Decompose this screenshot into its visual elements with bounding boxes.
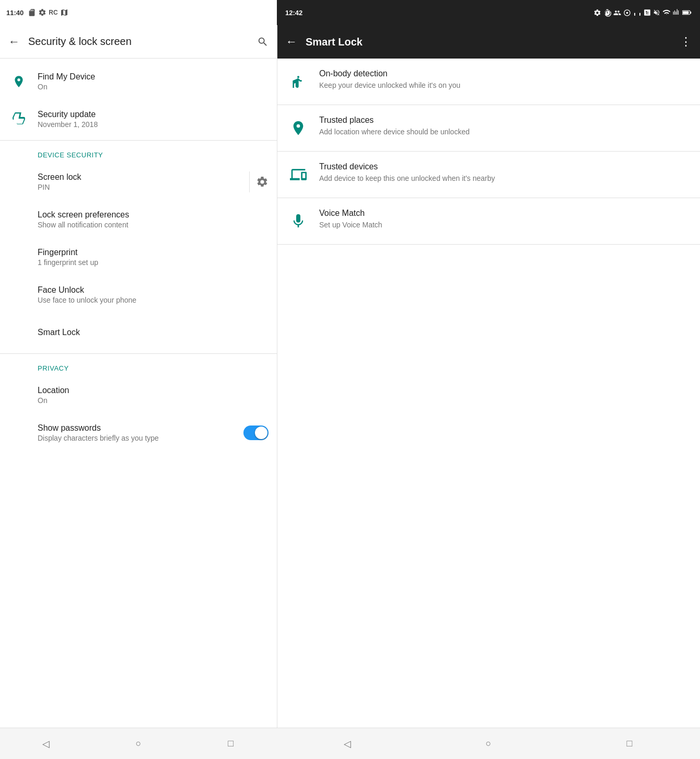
voice-match-icon — [286, 209, 311, 234]
fingerprint-item[interactable]: Fingerprint 1 fingerprint set up — [0, 238, 277, 276]
lock-screen-prefs-title: Lock screen preferences — [38, 210, 269, 220]
show-passwords-icon — [8, 422, 29, 443]
trusted-devices-icon — [286, 162, 311, 187]
smart-lock-icon — [8, 322, 29, 343]
screen-lock-subtitle: PIN — [38, 183, 243, 191]
smart-lock-list: On-body detection Keep your device unloc… — [277, 59, 700, 728]
trusted-places-subtitle: Add location where device should be unlo… — [319, 127, 692, 137]
show-passwords-toggle[interactable] — [243, 426, 269, 440]
lock-screen-prefs-subtitle: Show all notification content — [38, 221, 269, 229]
trusted-devices-subtitle: Add device to keep this one unlocked whe… — [319, 174, 692, 184]
search-icon[interactable] — [257, 36, 269, 48]
lock-screen-prefs-text: Lock screen preferences Show all notific… — [38, 210, 269, 229]
on-body-detection-item[interactable]: On-body detection Keep your device unloc… — [277, 59, 700, 105]
nav-bars: ◁ ○ □ ◁ ○ □ — [0, 728, 700, 759]
right-settings-icon — [593, 9, 601, 17]
face-unlock-title: Face Unlock — [38, 285, 269, 295]
mute-icon — [653, 9, 660, 16]
location-icon — [8, 385, 29, 406]
wifi-icon — [662, 8, 671, 17]
screen-lock-item[interactable]: Screen lock PIN — [0, 163, 277, 201]
right-back-nav-button[interactable]: ◁ — [337, 733, 358, 754]
voice-match-title: Voice Match — [319, 209, 692, 218]
face-unlock-icon — [8, 284, 29, 305]
screen-lock-divider — [249, 171, 250, 192]
security-update-text: Security update November 1, 2018 — [38, 110, 269, 129]
security-update-icon — [8, 109, 29, 130]
left-home-button[interactable]: ○ — [128, 733, 149, 754]
right-home-button[interactable]: ○ — [478, 733, 499, 754]
status-bars: 11:40 RC 12:42 — [0, 0, 700, 25]
security-update-title: Security update — [38, 110, 269, 119]
more-options-icon[interactable]: ⋮ — [680, 35, 692, 49]
show-passwords-title: Show passwords — [38, 423, 243, 433]
voice-match-subtitle: Set up Voice Match — [319, 220, 692, 231]
smart-lock-item[interactable]: Smart Lock — [0, 314, 277, 351]
left-back-nav-button[interactable]: ◁ — [36, 733, 56, 754]
person-icon — [613, 9, 621, 17]
find-my-device-text: Find My Device On — [38, 72, 269, 91]
battery-icon — [682, 9, 692, 16]
right-panel: ← Smart Lock ⋮ On-body detection Keep yo… — [277, 25, 700, 728]
left-panel-title: Security & lock screen — [28, 36, 257, 48]
signal-icon — [673, 9, 680, 16]
right-back-button[interactable]: ← — [286, 35, 297, 49]
left-back-button[interactable]: ← — [8, 35, 20, 49]
location-title: Location — [38, 386, 269, 395]
location-item[interactable]: Location On — [0, 376, 277, 414]
right-status-icons — [593, 8, 692, 17]
show-passwords-item[interactable]: Show passwords Display characters briefl… — [0, 414, 277, 452]
find-my-device-item[interactable]: Find My Device On — [0, 63, 277, 100]
screen-lock-gear-icon[interactable] — [256, 176, 269, 188]
screen-lock-icon — [8, 171, 29, 192]
settings-list: Find My Device On Security update Novemb… — [0, 59, 277, 728]
smart-lock-text: Smart Lock — [38, 328, 269, 337]
security-update-subtitle: November 1, 2018 — [38, 120, 269, 129]
lock-screen-prefs-item[interactable]: Lock screen preferences Show all notific… — [0, 201, 277, 238]
left-status-bar: 11:40 RC — [0, 0, 277, 25]
nfc-icon — [644, 9, 651, 16]
search-svg — [257, 36, 269, 48]
voice-match-item[interactable]: Voice Match Set up Voice Match — [277, 198, 700, 245]
svg-rect-3 — [690, 12, 691, 14]
face-unlock-text: Face Unlock Use face to unlock your phon… — [38, 285, 269, 304]
svg-rect-4 — [683, 11, 689, 14]
left-nav-bar: ◁ ○ □ — [0, 728, 277, 759]
trusted-places-item[interactable]: Trusted places Add location where device… — [277, 105, 700, 152]
fingerprint-icon — [8, 247, 29, 268]
timer-icon — [603, 9, 611, 17]
map-icon — [60, 8, 68, 17]
left-header: ← Security & lock screen — [0, 25, 277, 59]
right-time: 12:42 — [285, 9, 302, 17]
right-nav-bar: ◁ ○ □ — [277, 728, 700, 759]
location-subtitle: On — [38, 396, 269, 405]
face-unlock-item[interactable]: Face Unlock Use face to unlock your phon… — [0, 276, 277, 314]
on-body-detection-title: On-body detection — [319, 69, 692, 78]
right-panel-title: Smart Lock — [306, 36, 680, 48]
on-body-detection-icon — [286, 69, 311, 94]
smart-lock-title: Smart Lock — [38, 328, 269, 337]
fingerprint-title: Fingerprint — [38, 248, 269, 257]
security-update-item[interactable]: Security update November 1, 2018 — [0, 100, 277, 138]
svg-point-1 — [626, 12, 628, 14]
on-body-detection-text: On-body detection Keep your device unloc… — [319, 69, 692, 91]
target-icon — [623, 9, 631, 17]
left-recent-button[interactable]: □ — [220, 733, 241, 754]
main-content: ← Security & lock screen Find My Device … — [0, 25, 700, 728]
left-status-icons: RC — [28, 8, 68, 17]
find-my-device-subtitle: On — [38, 83, 269, 91]
divider-1 — [0, 140, 277, 141]
divider-2 — [0, 353, 277, 354]
screen-lock-title: Screen lock — [38, 172, 243, 182]
right-recent-button[interactable]: □ — [619, 733, 640, 754]
settings-icon — [38, 8, 46, 17]
privacy-header: PRIVACY — [0, 356, 277, 376]
location-text: Location On — [38, 386, 269, 405]
on-body-detection-subtitle: Keep your device unlocked while it's on … — [319, 80, 692, 91]
trusted-places-icon — [286, 116, 311, 141]
trusted-devices-text: Trusted devices Add device to keep this … — [319, 162, 692, 184]
trusted-places-text: Trusted places Add location where device… — [319, 116, 692, 137]
headphones-icon — [633, 8, 641, 17]
fingerprint-text: Fingerprint 1 fingerprint set up — [38, 248, 269, 267]
trusted-devices-item[interactable]: Trusted devices Add device to keep this … — [277, 152, 700, 198]
